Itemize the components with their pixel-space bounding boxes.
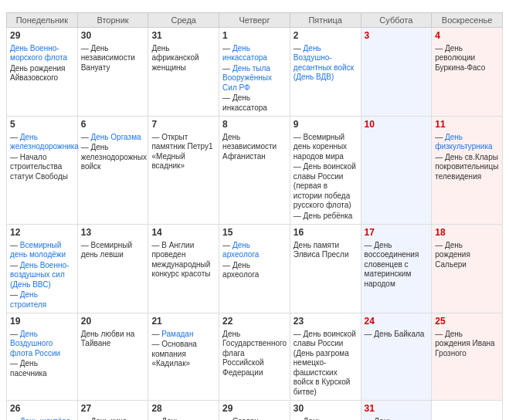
calendar-week-row: 5— День железнодорожника— Начало строите… (7, 117, 503, 225)
calendar-event: — День рождения Ивана Грозного (435, 330, 499, 359)
calendar-event: — День св.Клары покровительницы телевиде… (435, 153, 499, 182)
day-number: 9 (294, 119, 358, 131)
day-number: 31 (151, 30, 215, 42)
event-text: День независимости Афганистан (222, 133, 277, 161)
event-link[interactable]: День шахтёра (20, 417, 71, 420)
calendar-event: День рождения Айвазовского (10, 64, 74, 83)
event-text: День любви на Тайване (81, 330, 135, 348)
day-number: 3 (365, 30, 429, 42)
calendar-event: — Всемирный день молодёжи (10, 241, 74, 260)
calendar-event: — День шахтёра (10, 417, 74, 420)
calendar-event: — День кино России (81, 417, 145, 420)
calendar-cell: 10 (361, 117, 432, 225)
calendar-event: — День независимости Вануату (81, 44, 145, 73)
calendar-event: — Всемирный день коренных народов мира (294, 133, 358, 162)
event-link[interactable]: День железнодорожника (10, 133, 79, 151)
weekday-header: Суббота (361, 13, 432, 28)
weekday-header: Воскресенье (432, 13, 503, 28)
day-number: 30 (81, 30, 145, 42)
weekday-header: Вторник (77, 13, 148, 28)
day-number: 14 (151, 227, 215, 239)
day-number: 6 (81, 119, 145, 131)
day-number: 26 (10, 403, 74, 415)
day-number: 10 (365, 119, 429, 131)
calendar-event: — Рамадан (151, 330, 215, 340)
calendar-cell: 31День африканской женщины (148, 28, 219, 117)
calendar-cell (432, 401, 503, 420)
event-text: День Байкала (374, 330, 424, 338)
calendar-event: День независимости Афганистан (222, 133, 287, 162)
calendar-cell: 20День любви на Тайване (77, 313, 148, 401)
day-number: 8 (222, 119, 287, 131)
calendar-event: День Государственного флага Российской Ф… (222, 330, 287, 378)
calendar-event: — День археолога (222, 241, 287, 260)
event-text: День св.Клары покровительницы телевидени… (435, 153, 498, 181)
event-link[interactable]: День Военно-морского флота (10, 44, 67, 63)
day-number: 23 (294, 316, 358, 328)
day-number: 19 (10, 316, 74, 328)
calendar-event: — День рождения Сальери (435, 241, 499, 270)
calendar-event: — День Байкала (365, 330, 429, 340)
day-number: 21 (151, 316, 215, 328)
calendar-event: — День железнодорожных войск (81, 143, 145, 172)
calendar-cell: 1— День инкассатора— День тыла Вооружённ… (219, 28, 290, 117)
weekday-header: Среда (148, 13, 219, 28)
event-text: День рождения Айвазовского (10, 64, 65, 83)
calendar-event: — День железнодорожника (10, 133, 74, 152)
calendar-cell: 14— В Англии проведен международный конк… (148, 225, 219, 313)
day-number: 1 (222, 30, 287, 42)
event-link[interactable]: Рамадан (161, 330, 193, 338)
day-number: 15 (222, 227, 287, 239)
calendar-event: — День Военно-воздушных сил (День ВВС) (10, 261, 74, 290)
day-number: 24 (365, 316, 429, 328)
calendar-cell: 29— Создан первый мотоцикл (219, 401, 290, 420)
calendar-cell: 16День памяти Элвиса Пресли (290, 225, 361, 313)
calendar-cell: 3 (361, 28, 432, 117)
calendar-cell: 30— День конституции (Казахстан) (290, 401, 361, 420)
event-text: День Государственного флага Российской Ф… (222, 330, 287, 377)
calendar-cell: 29День Военно-морского флотаДень рождени… (7, 28, 78, 117)
calendar-cell: 7— Открыт памятник Петру1 «Медный всадни… (148, 117, 219, 225)
day-number: 11 (435, 119, 499, 131)
calendar-event: — Открыт памятник Петру1 «Медный всадник… (151, 133, 215, 171)
day-number: 30 (294, 403, 358, 415)
calendar-cell: 6— День Оргазма— День железнодорожных во… (77, 117, 148, 225)
calendar-event: — Всемирный день левши (81, 241, 145, 260)
calendar-event: — День инкассатора (222, 93, 287, 113)
event-text: День африканской женщины (151, 44, 199, 72)
calendar-cell: 22День Государственного флага Российской… (219, 313, 290, 401)
calendar-body: 29День Военно-морского флотаДень рождени… (7, 28, 503, 421)
calendar-cell: 13— Всемирный день левши (77, 225, 148, 313)
calendar-event: — Создан первый мотоцикл (222, 417, 287, 420)
calendar-cell: 28— День рождения Ч.Роллса, основателя к… (148, 401, 219, 420)
day-number: 31 (365, 403, 429, 415)
calendar-week-row: 19— День Воздушного флота России— День п… (7, 313, 503, 401)
weekday-header: Пятница (290, 13, 361, 28)
calendar-cell: 26— День шахтёра— День рождения султана … (7, 401, 78, 420)
calendar-cell: 8День независимости Афганистан (219, 117, 290, 225)
calendar-event: День памяти Элвиса Пресли (294, 241, 358, 260)
calendar-cell: 19— День Воздушного флота России— День п… (7, 313, 78, 401)
day-number: 2 (294, 30, 358, 42)
calendar-cell: 25— День рождения Ивана Грозного (432, 313, 503, 401)
day-number: 20 (81, 316, 145, 328)
calendar-table: ПонедельникВторникСредаЧетвергПятницаСуб… (6, 12, 503, 420)
calendar-event: — День воссоединения словенцев с материн… (365, 241, 429, 290)
calendar-cell: 12— Всемирный день молодёжи— День Военно… (7, 225, 78, 313)
day-number: 25 (435, 316, 499, 328)
weekday-header: Понедельник (7, 13, 78, 28)
day-number: 29 (222, 403, 287, 415)
calendar-cell: 23— День воинской славы России (День раз… (290, 313, 361, 401)
calendar-cell: 18— День рождения Сальери (432, 225, 503, 313)
calendar-event: — День инкассатора (222, 44, 287, 63)
event-text: День воинской славы России (День разгром… (294, 330, 356, 396)
calendar-event: — День физкультурника (435, 133, 499, 152)
calendar-event: День африканской женщины (151, 44, 215, 73)
calendar-cell: 17— День воссоединения словенцев с матер… (361, 225, 432, 313)
event-text: День ребёнка (304, 212, 353, 220)
event-link[interactable]: День Оргазма (90, 133, 141, 141)
calendar-event: — Основана компания «Кадилак» (151, 340, 215, 369)
day-number: 18 (435, 227, 499, 239)
calendar-event: — День Воздушного флота России (10, 330, 74, 359)
calendar-week-row: 29День Военно-морского флотаДень рождени… (7, 28, 503, 117)
